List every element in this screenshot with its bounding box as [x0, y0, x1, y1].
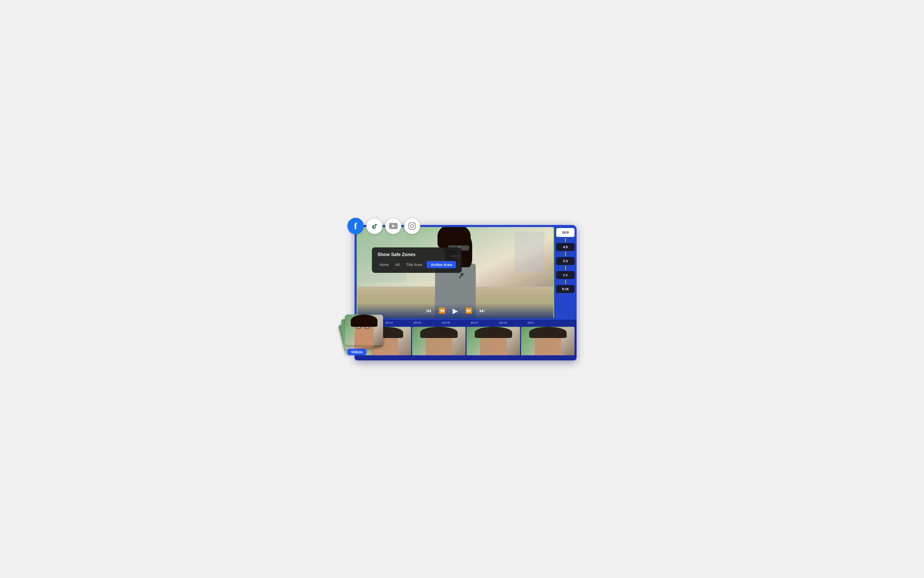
- svg-point-4: [414, 224, 414, 224]
- tiktok-icon[interactable]: [366, 218, 383, 234]
- safe-zone-border-right: [554, 227, 554, 319]
- ratio-4-5-button[interactable]: 4:5: [556, 243, 575, 251]
- app-container: f: [348, 218, 576, 360]
- tick-4: |00:06: [442, 321, 471, 324]
- timeline-thumb-2: [412, 327, 466, 355]
- video-card-3: [345, 315, 383, 345]
- timeline-thumb-3: [466, 327, 520, 355]
- skip-to-end-button[interactable]: ⏭: [479, 307, 485, 314]
- safe-zone-border-left: [357, 227, 357, 319]
- tick-3: |00:05: [414, 321, 442, 324]
- tick-5: |00:07: [471, 321, 499, 324]
- facebook-icon[interactable]: f: [348, 218, 364, 234]
- safe-zones-title: Show Safe Zones: [377, 252, 456, 257]
- ratio-connector-2: [565, 252, 566, 256]
- safe-zones-options: None All Title Area Action Area ↗: [377, 261, 456, 268]
- instagram-icon[interactable]: [404, 218, 420, 234]
- video-player[interactable]: Show Safe Zones None All Title Area Acti…: [357, 227, 554, 319]
- play-button[interactable]: ▶: [453, 307, 458, 315]
- ratio-connector: [565, 238, 566, 242]
- svg-point-3: [411, 224, 414, 227]
- ratio-connector-4: [565, 280, 566, 284]
- ratio-connector-3: [565, 266, 566, 270]
- ratio-2-3-button[interactable]: 2:3: [556, 257, 575, 265]
- ratio-16-9-button[interactable]: 16:9: [556, 228, 575, 237]
- aspect-ratio-panel: 16:9 4:5 2:3 1:1 9:16: [556, 227, 575, 294]
- zone-option-all[interactable]: All: [393, 261, 402, 268]
- timeline-thumbnails[interactable]: [356, 326, 576, 356]
- stacked-video-cards: Videos: [343, 315, 388, 355]
- tick-2: |00:04: [385, 321, 414, 324]
- zone-option-none[interactable]: None: [377, 261, 391, 268]
- rewind-button[interactable]: ⏪: [438, 307, 445, 314]
- tick-7: |00:0: [528, 321, 556, 324]
- zone-option-action[interactable]: Action Area ↗: [427, 261, 456, 268]
- ratio-1-1-button[interactable]: 1:1: [556, 271, 575, 279]
- timeline-thumb-4: [521, 327, 575, 355]
- safe-zones-popup: Show Safe Zones None All Title Area Acti…: [372, 247, 462, 273]
- tick-6: |00:08: [499, 321, 528, 324]
- social-icons-bar: f: [348, 218, 420, 234]
- youtube-icon[interactable]: [385, 218, 401, 234]
- ratio-9-16-button[interactable]: 9:16: [556, 285, 575, 293]
- svg-rect-2: [409, 223, 416, 229]
- videos-badge: Videos: [348, 349, 366, 355]
- skip-to-start-button[interactable]: ⏮: [426, 307, 432, 314]
- zone-option-title[interactable]: Title Area: [404, 261, 424, 268]
- editor-main: Show Safe Zones None All Title Area Acti…: [357, 227, 575, 318]
- fast-forward-button[interactable]: ⏩: [465, 307, 472, 314]
